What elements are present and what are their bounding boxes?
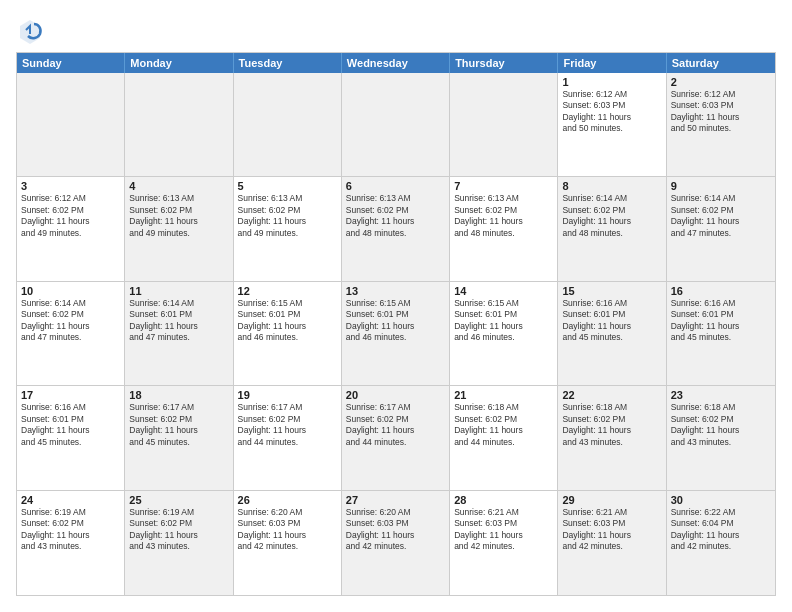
day-number: 7 <box>454 180 553 192</box>
day-info: Sunrise: 6:18 AMSunset: 6:02 PMDaylight:… <box>454 402 553 448</box>
day-cell-14: 14Sunrise: 6:15 AMSunset: 6:01 PMDayligh… <box>450 282 558 385</box>
day-number: 16 <box>671 285 771 297</box>
header-day-thursday: Thursday <box>450 53 558 73</box>
day-info: Sunrise: 6:15 AMSunset: 6:01 PMDaylight:… <box>346 298 445 344</box>
day-number: 18 <box>129 389 228 401</box>
day-cell-8: 8Sunrise: 6:14 AMSunset: 6:02 PMDaylight… <box>558 177 666 280</box>
day-cell-9: 9Sunrise: 6:14 AMSunset: 6:02 PMDaylight… <box>667 177 775 280</box>
page: SundayMondayTuesdayWednesdayThursdayFrid… <box>0 0 792 612</box>
day-number: 13 <box>346 285 445 297</box>
week-row-4: 24Sunrise: 6:19 AMSunset: 6:02 PMDayligh… <box>17 491 775 595</box>
day-number: 21 <box>454 389 553 401</box>
header-day-tuesday: Tuesday <box>234 53 342 73</box>
header <box>16 16 776 44</box>
day-info: Sunrise: 6:12 AMSunset: 6:03 PMDaylight:… <box>562 89 661 135</box>
day-number: 4 <box>129 180 228 192</box>
header-day-saturday: Saturday <box>667 53 775 73</box>
day-number: 25 <box>129 494 228 506</box>
day-info: Sunrise: 6:17 AMSunset: 6:02 PMDaylight:… <box>346 402 445 448</box>
day-number: 11 <box>129 285 228 297</box>
day-number: 28 <box>454 494 553 506</box>
day-cell-15: 15Sunrise: 6:16 AMSunset: 6:01 PMDayligh… <box>558 282 666 385</box>
empty-cell <box>125 73 233 176</box>
day-info: Sunrise: 6:12 AMSunset: 6:03 PMDaylight:… <box>671 89 771 135</box>
day-number: 2 <box>671 76 771 88</box>
day-number: 1 <box>562 76 661 88</box>
day-number: 24 <box>21 494 120 506</box>
header-day-sunday: Sunday <box>17 53 125 73</box>
day-number: 26 <box>238 494 337 506</box>
day-info: Sunrise: 6:14 AMSunset: 6:02 PMDaylight:… <box>562 193 661 239</box>
day-number: 23 <box>671 389 771 401</box>
day-info: Sunrise: 6:22 AMSunset: 6:04 PMDaylight:… <box>671 507 771 553</box>
day-info: Sunrise: 6:15 AMSunset: 6:01 PMDaylight:… <box>238 298 337 344</box>
day-number: 15 <box>562 285 661 297</box>
day-info: Sunrise: 6:21 AMSunset: 6:03 PMDaylight:… <box>562 507 661 553</box>
day-info: Sunrise: 6:17 AMSunset: 6:02 PMDaylight:… <box>238 402 337 448</box>
day-info: Sunrise: 6:21 AMSunset: 6:03 PMDaylight:… <box>454 507 553 553</box>
empty-cell <box>234 73 342 176</box>
day-cell-4: 4Sunrise: 6:13 AMSunset: 6:02 PMDaylight… <box>125 177 233 280</box>
day-cell-13: 13Sunrise: 6:15 AMSunset: 6:01 PMDayligh… <box>342 282 450 385</box>
day-number: 8 <box>562 180 661 192</box>
day-info: Sunrise: 6:18 AMSunset: 6:02 PMDaylight:… <box>671 402 771 448</box>
day-info: Sunrise: 6:17 AMSunset: 6:02 PMDaylight:… <box>129 402 228 448</box>
day-cell-18: 18Sunrise: 6:17 AMSunset: 6:02 PMDayligh… <box>125 386 233 489</box>
day-info: Sunrise: 6:20 AMSunset: 6:03 PMDaylight:… <box>346 507 445 553</box>
day-number: 30 <box>671 494 771 506</box>
day-cell-7: 7Sunrise: 6:13 AMSunset: 6:02 PMDaylight… <box>450 177 558 280</box>
day-info: Sunrise: 6:14 AMSunset: 6:02 PMDaylight:… <box>21 298 120 344</box>
day-info: Sunrise: 6:16 AMSunset: 6:01 PMDaylight:… <box>562 298 661 344</box>
day-info: Sunrise: 6:16 AMSunset: 6:01 PMDaylight:… <box>21 402 120 448</box>
day-cell-5: 5Sunrise: 6:13 AMSunset: 6:02 PMDaylight… <box>234 177 342 280</box>
calendar: SundayMondayTuesdayWednesdayThursdayFrid… <box>16 52 776 596</box>
header-day-friday: Friday <box>558 53 666 73</box>
day-number: 14 <box>454 285 553 297</box>
day-number: 29 <box>562 494 661 506</box>
week-row-0: 1Sunrise: 6:12 AMSunset: 6:03 PMDaylight… <box>17 73 775 177</box>
day-info: Sunrise: 6:19 AMSunset: 6:02 PMDaylight:… <box>129 507 228 553</box>
day-number: 27 <box>346 494 445 506</box>
day-cell-24: 24Sunrise: 6:19 AMSunset: 6:02 PMDayligh… <box>17 491 125 595</box>
empty-cell <box>450 73 558 176</box>
day-info: Sunrise: 6:13 AMSunset: 6:02 PMDaylight:… <box>346 193 445 239</box>
day-info: Sunrise: 6:13 AMSunset: 6:02 PMDaylight:… <box>129 193 228 239</box>
day-info: Sunrise: 6:16 AMSunset: 6:01 PMDaylight:… <box>671 298 771 344</box>
empty-cell <box>342 73 450 176</box>
day-cell-16: 16Sunrise: 6:16 AMSunset: 6:01 PMDayligh… <box>667 282 775 385</box>
week-row-1: 3Sunrise: 6:12 AMSunset: 6:02 PMDaylight… <box>17 177 775 281</box>
day-number: 19 <box>238 389 337 401</box>
day-info: Sunrise: 6:13 AMSunset: 6:02 PMDaylight:… <box>238 193 337 239</box>
day-cell-29: 29Sunrise: 6:21 AMSunset: 6:03 PMDayligh… <box>558 491 666 595</box>
day-number: 12 <box>238 285 337 297</box>
day-cell-19: 19Sunrise: 6:17 AMSunset: 6:02 PMDayligh… <box>234 386 342 489</box>
day-cell-30: 30Sunrise: 6:22 AMSunset: 6:04 PMDayligh… <box>667 491 775 595</box>
day-cell-6: 6Sunrise: 6:13 AMSunset: 6:02 PMDaylight… <box>342 177 450 280</box>
day-cell-28: 28Sunrise: 6:21 AMSunset: 6:03 PMDayligh… <box>450 491 558 595</box>
day-cell-26: 26Sunrise: 6:20 AMSunset: 6:03 PMDayligh… <box>234 491 342 595</box>
day-cell-17: 17Sunrise: 6:16 AMSunset: 6:01 PMDayligh… <box>17 386 125 489</box>
week-row-3: 17Sunrise: 6:16 AMSunset: 6:01 PMDayligh… <box>17 386 775 490</box>
week-row-2: 10Sunrise: 6:14 AMSunset: 6:02 PMDayligh… <box>17 282 775 386</box>
day-cell-27: 27Sunrise: 6:20 AMSunset: 6:03 PMDayligh… <box>342 491 450 595</box>
day-cell-11: 11Sunrise: 6:14 AMSunset: 6:01 PMDayligh… <box>125 282 233 385</box>
logo <box>16 16 48 44</box>
header-day-monday: Monday <box>125 53 233 73</box>
day-info: Sunrise: 6:19 AMSunset: 6:02 PMDaylight:… <box>21 507 120 553</box>
logo-icon <box>16 16 44 44</box>
day-cell-2: 2Sunrise: 6:12 AMSunset: 6:03 PMDaylight… <box>667 73 775 176</box>
day-cell-1: 1Sunrise: 6:12 AMSunset: 6:03 PMDaylight… <box>558 73 666 176</box>
day-cell-22: 22Sunrise: 6:18 AMSunset: 6:02 PMDayligh… <box>558 386 666 489</box>
calendar-header: SundayMondayTuesdayWednesdayThursdayFrid… <box>17 53 775 73</box>
day-info: Sunrise: 6:20 AMSunset: 6:03 PMDaylight:… <box>238 507 337 553</box>
calendar-body: 1Sunrise: 6:12 AMSunset: 6:03 PMDaylight… <box>17 73 775 595</box>
day-cell-20: 20Sunrise: 6:17 AMSunset: 6:02 PMDayligh… <box>342 386 450 489</box>
day-info: Sunrise: 6:14 AMSunset: 6:02 PMDaylight:… <box>671 193 771 239</box>
header-day-wednesday: Wednesday <box>342 53 450 73</box>
day-number: 9 <box>671 180 771 192</box>
day-cell-3: 3Sunrise: 6:12 AMSunset: 6:02 PMDaylight… <box>17 177 125 280</box>
day-number: 10 <box>21 285 120 297</box>
day-info: Sunrise: 6:13 AMSunset: 6:02 PMDaylight:… <box>454 193 553 239</box>
day-info: Sunrise: 6:18 AMSunset: 6:02 PMDaylight:… <box>562 402 661 448</box>
day-info: Sunrise: 6:12 AMSunset: 6:02 PMDaylight:… <box>21 193 120 239</box>
